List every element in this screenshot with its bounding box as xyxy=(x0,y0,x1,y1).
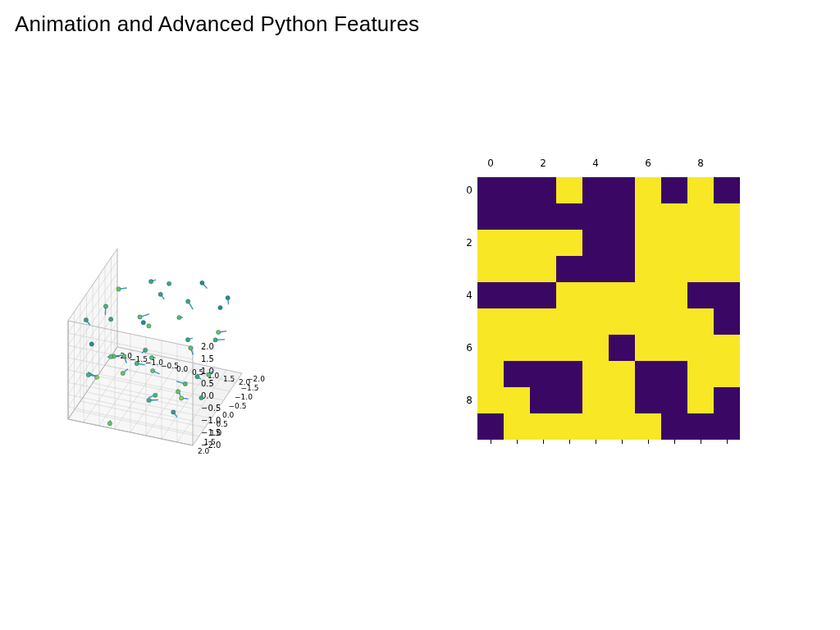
svg-text:−0.5: −0.5 xyxy=(201,404,221,413)
svg-text:0.0: 0.0 xyxy=(222,411,235,419)
heatmap-cell xyxy=(609,282,635,308)
chart-3d-quiver: −2.0−1.5−1.0−0.50.00.51.01.52.0−2.0−1.5−… xyxy=(11,228,323,458)
svg-point-130 xyxy=(107,422,112,426)
svg-point-138 xyxy=(149,355,153,359)
heatmap-cell xyxy=(687,308,714,335)
heatmap-cell xyxy=(635,230,661,256)
heatmap-cell xyxy=(687,256,714,282)
svg-point-156 xyxy=(121,371,125,375)
heatmap-cell xyxy=(714,282,740,308)
heatmap-cell xyxy=(530,361,556,387)
heatmap-cell xyxy=(582,361,609,387)
svg-point-160 xyxy=(109,317,113,322)
heatmap-cell xyxy=(687,177,714,203)
heatmap-cell xyxy=(477,387,504,413)
heatmap-cell xyxy=(661,413,687,440)
heatmap-cell xyxy=(530,256,556,282)
svg-point-96 xyxy=(122,354,126,358)
heatmap-cell xyxy=(635,256,661,282)
heatmap-btick xyxy=(727,440,728,444)
heatmap-cell xyxy=(609,230,635,256)
heatmap-cell xyxy=(609,177,635,203)
heatmap-xtick: 4 xyxy=(592,158,599,169)
svg-point-150 xyxy=(149,280,153,284)
svg-text:−0.5: −0.5 xyxy=(229,402,247,410)
heatmap-cell xyxy=(556,413,582,440)
svg-point-118 xyxy=(144,348,148,352)
heatmap-cell xyxy=(661,387,687,413)
svg-point-106 xyxy=(186,299,190,304)
heatmap-cell xyxy=(556,177,582,203)
heatmap-btick xyxy=(543,440,544,444)
svg-point-112 xyxy=(207,372,211,377)
heatmap-cell xyxy=(661,256,687,282)
svg-point-116 xyxy=(138,315,142,319)
heatmap-cell xyxy=(556,361,582,387)
svg-point-152 xyxy=(151,368,155,372)
heatmap-btick xyxy=(517,440,518,444)
svg-point-154 xyxy=(226,295,230,299)
heatmap-cell xyxy=(477,203,504,230)
svg-text:0.5: 0.5 xyxy=(201,379,214,388)
heatmap-cell xyxy=(504,203,530,230)
svg-text:2.0: 2.0 xyxy=(201,342,214,351)
heatmap-cell xyxy=(661,282,687,308)
heatmap-cell xyxy=(714,230,740,256)
svg-point-88 xyxy=(116,287,121,291)
svg-point-142 xyxy=(109,354,113,358)
heatmap-cell xyxy=(661,335,687,361)
heatmap-cell xyxy=(504,413,530,440)
svg-point-128 xyxy=(200,281,204,285)
heatmap-cell xyxy=(530,387,556,413)
heatmap-cell xyxy=(556,256,582,282)
heatmap-btick xyxy=(622,440,623,444)
heatmap-cell xyxy=(504,256,530,282)
heatmap-cell xyxy=(556,230,582,256)
heatmap-cell xyxy=(582,230,609,256)
heatmap-cell xyxy=(635,282,661,308)
heatmap-cell xyxy=(635,335,661,361)
heatmap-cell xyxy=(504,387,530,413)
svg-text:−2.0: −2.0 xyxy=(247,375,265,383)
heatmap-cell xyxy=(530,177,556,203)
heatmap-cell xyxy=(609,413,635,440)
heatmap-cell xyxy=(687,413,714,440)
heatmap-cell xyxy=(687,203,714,230)
heatmap-cell xyxy=(635,387,661,413)
heatmap-cell xyxy=(661,361,687,387)
heatmap-cell xyxy=(714,413,740,440)
heatmap-cell xyxy=(530,413,556,440)
heatmap-cell xyxy=(661,203,687,230)
heatmap-cell xyxy=(609,256,635,282)
svg-point-110 xyxy=(218,305,222,309)
svg-point-144 xyxy=(185,338,189,342)
heatmap-cell xyxy=(556,335,582,361)
heatmap-ytick: 0 xyxy=(466,185,472,196)
heatmap-cell xyxy=(556,282,582,308)
svg-point-146 xyxy=(89,342,94,346)
svg-point-136 xyxy=(141,321,145,325)
heatmap-cell xyxy=(687,361,714,387)
heatmap-cell xyxy=(661,177,687,203)
heatmap-cell xyxy=(504,230,530,256)
heatmap-cell xyxy=(477,230,504,256)
heatmap-cell xyxy=(556,203,582,230)
heatmap-cell xyxy=(661,230,687,256)
svg-point-166 xyxy=(199,395,203,399)
heatmap-cell xyxy=(635,361,661,387)
svg-text:−1.5: −1.5 xyxy=(241,384,259,392)
svg-point-162 xyxy=(217,330,221,334)
heatmap-cell xyxy=(687,335,714,361)
heatmap-cell xyxy=(530,282,556,308)
heatmap-xtick: 8 xyxy=(697,158,704,169)
heatmap-cell xyxy=(582,177,609,203)
heatmap-cell xyxy=(477,361,504,387)
svg-text:−1.5: −1.5 xyxy=(201,428,221,437)
svg-text:0.0: 0.0 xyxy=(176,365,189,373)
heatmap-cell xyxy=(714,335,740,361)
heatmap-cell xyxy=(477,256,504,282)
heatmap-cell xyxy=(582,203,609,230)
heatmap-cell xyxy=(714,387,740,413)
svg-point-132 xyxy=(189,346,193,350)
heatmap-cell xyxy=(582,413,609,440)
